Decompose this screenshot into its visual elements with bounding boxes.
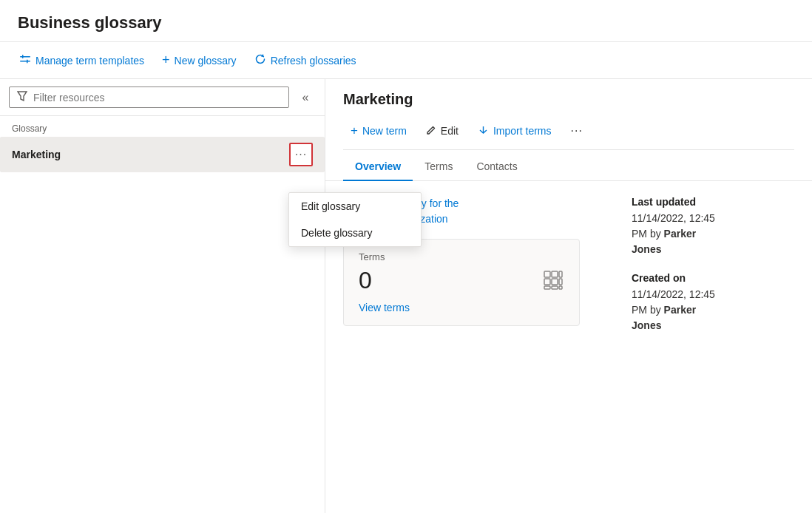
new-glossary-button[interactable]: + New glossary (155, 48, 244, 72)
svg-marker-4 (18, 92, 27, 101)
top-toolbar: Manage term templates + New glossary Ref… (0, 42, 812, 79)
new-term-label: New term (362, 125, 407, 137)
filter-bar: « (0, 79, 325, 116)
svg-rect-3 (27, 60, 28, 64)
import-terms-label: Import terms (493, 125, 552, 137)
last-updated-section: Last updated 11/14/2022, 12:45PM by Park… (632, 196, 794, 257)
refresh-icon (254, 53, 266, 67)
svg-rect-0 (20, 56, 30, 58)
svg-rect-7 (552, 271, 558, 277)
new-glossary-label: New glossary (175, 55, 237, 67)
manage-term-templates-label: Manage term templates (35, 55, 144, 67)
terms-card: Terms 0 View terms (343, 239, 580, 326)
more-actions-icon: ··· (571, 124, 583, 138)
left-panel: « Glossary Marketing ··· (0, 79, 325, 513)
right-header: Marketing + New term Edit Import te (325, 79, 812, 150)
edit-glossary-label: Edit glossary (301, 200, 360, 212)
filter-resources-input[interactable] (33, 92, 281, 104)
ellipsis-icon: ··· (295, 148, 307, 161)
svg-rect-12 (544, 286, 550, 289)
import-terms-button[interactable]: Import terms (470, 121, 559, 141)
last-updated-value: 11/14/2022, 12:45PM by ParkerJones (632, 211, 794, 257)
marketing-more-button[interactable]: ··· (289, 143, 313, 166)
svg-rect-6 (544, 271, 550, 277)
tab-terms[interactable]: Terms (413, 153, 464, 181)
context-menu: Edit glossary Delete glossary (288, 192, 422, 247)
edit-glossary-menu-item[interactable]: Edit glossary (289, 193, 421, 220)
terms-card-inner: Terms 0 View terms (359, 251, 410, 313)
filter-input-container (9, 86, 289, 108)
collapse-icon: « (302, 91, 309, 104)
page-header: Business glossary (0, 0, 812, 42)
new-term-button[interactable]: + New term (343, 120, 414, 142)
svg-rect-2 (22, 55, 24, 58)
right-panel-title: Marketing (343, 91, 794, 108)
right-toolbar: + New term Edit Import terms ··· (343, 115, 794, 150)
created-on-section: Created on 11/14/2022, 12:45PM by Parker… (632, 272, 794, 333)
meta-panel: Last updated 11/14/2022, 12:45PM by Park… (632, 196, 794, 498)
tab-overview[interactable]: Overview (343, 153, 413, 181)
tab-contacts-label: Contacts (476, 160, 517, 172)
delete-glossary-label: Delete glossary (301, 227, 373, 239)
sidebar-item-marketing[interactable]: Marketing ··· (0, 137, 325, 172)
sidebar-item-label-marketing: Marketing (12, 149, 61, 160)
refresh-glossaries-label: Refresh glossaries (271, 55, 356, 67)
main-layout: « Glossary Marketing ··· Edit glossary D… (0, 79, 812, 513)
filter-icon (17, 91, 27, 104)
svg-rect-10 (552, 279, 558, 285)
tab-overview-label: Overview (355, 160, 401, 172)
view-terms-link[interactable]: View terms (359, 302, 410, 313)
edit-icon (426, 125, 436, 138)
created-on-value: 11/14/2022, 12:45PM by ParkerJones (632, 287, 794, 333)
terms-card-count: 0 (359, 267, 410, 294)
sliders-icon (19, 53, 31, 67)
new-term-plus-icon: + (351, 123, 358, 138)
page-title: Business glossary (18, 13, 161, 32)
svg-rect-8 (559, 271, 562, 277)
edit-label: Edit (441, 125, 459, 137)
right-panel: Marketing + New term Edit Import te (325, 79, 812, 513)
more-actions-button[interactable]: ··· (564, 121, 590, 141)
tabs-bar: Overview Terms Contacts (325, 153, 812, 181)
nav-section-label: Glossary (0, 116, 325, 137)
tab-contacts[interactable]: Contacts (464, 153, 529, 181)
terms-card-label: Terms (359, 251, 410, 262)
last-updated-title: Last updated (632, 196, 794, 208)
tab-terms-label: Terms (424, 160, 453, 172)
svg-rect-13 (552, 286, 558, 289)
import-icon (478, 125, 489, 138)
svg-rect-11 (559, 279, 562, 285)
collapse-panel-button[interactable]: « (295, 87, 316, 108)
svg-rect-1 (20, 61, 30, 62)
svg-rect-14 (559, 286, 562, 289)
grid-icon (542, 269, 564, 296)
svg-rect-9 (544, 279, 550, 285)
edit-button[interactable]: Edit (419, 121, 466, 141)
plus-icon: + (162, 52, 170, 68)
created-on-title: Created on (632, 272, 794, 284)
manage-term-templates-button[interactable]: Manage term templates (12, 49, 152, 72)
delete-glossary-menu-item[interactable]: Delete glossary (289, 220, 421, 246)
refresh-glossaries-button[interactable]: Refresh glossaries (247, 49, 364, 72)
